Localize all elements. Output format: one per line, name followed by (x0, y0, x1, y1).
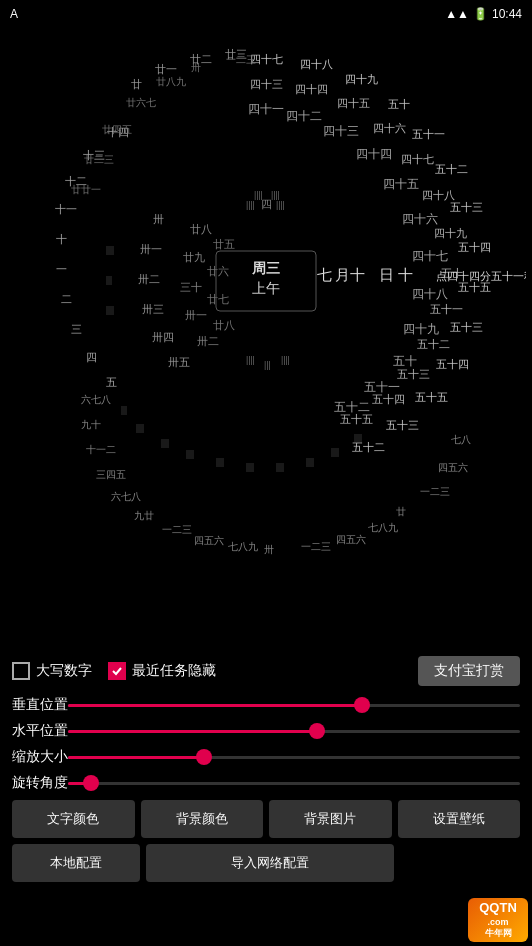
svg-text:||||: |||| (216, 456, 224, 467)
svg-text:五十四: 五十四 (436, 358, 469, 370)
svg-text:五十三: 五十三 (386, 419, 419, 431)
svg-text:四五六: 四五六 (194, 535, 224, 546)
scale-thumb[interactable] (196, 749, 212, 765)
svg-text:廿二三: 廿二三 (84, 154, 114, 165)
svg-text:||||: |||| (106, 304, 114, 315)
rotate-row: 旋转角度 (12, 774, 520, 792)
svg-text:六七八: 六七八 (81, 394, 111, 405)
svg-text:周三: 周三 (251, 261, 280, 276)
svg-text:十一: 十一 (55, 203, 77, 215)
qqtn-text: QQTN .com 牛年网 (479, 900, 517, 940)
svg-text:四十三: 四十三 (250, 78, 283, 90)
svg-text:五: 五 (106, 376, 117, 388)
options-row: 大写数字 最近任务隐藏 支付宝打赏 (12, 656, 520, 686)
svg-text:卅四: 卅四 (152, 331, 174, 343)
svg-text:卅: 卅 (264, 544, 274, 555)
horizontal-position-label: 水平位置 (12, 722, 68, 740)
svg-text:五十二: 五十二 (435, 163, 468, 175)
svg-text:||||: |||| (271, 188, 280, 200)
svg-text:四十九: 四十九 (345, 73, 378, 85)
svg-text:卅一: 卅一 (185, 309, 207, 321)
svg-text:一二三: 一二三 (226, 54, 256, 65)
vertical-position-thumb[interactable] (354, 697, 370, 713)
svg-text:五十四: 五十四 (458, 241, 491, 253)
svg-text:||||: |||| (281, 353, 290, 365)
svg-text:五十一: 五十一 (430, 303, 463, 315)
svg-text:||||: |||| (246, 353, 255, 365)
svg-text:||||: |||| (186, 448, 194, 459)
svg-text:五十一: 五十一 (364, 380, 400, 394)
capital-numbers-option[interactable]: 大写数字 (12, 662, 92, 680)
svg-text:四: 四 (86, 351, 97, 363)
svg-text:一二三: 一二三 (162, 524, 192, 535)
local-config-button[interactable]: 本地配置 (12, 844, 140, 882)
horizontal-position-fill (68, 730, 317, 733)
svg-text:四十四: 四十四 (295, 83, 328, 95)
svg-text:||||: |||| (246, 461, 254, 472)
signal-icon: ▲▲ (445, 7, 469, 21)
svg-text:|||: ||| (264, 358, 271, 370)
svg-text:卅二: 卅二 (197, 335, 219, 347)
svg-text:廿九: 廿九 (183, 251, 205, 263)
controls-panel: 大写数字 最近任务隐藏 支付宝打赏 垂直位置 水平位置 缩放大小 (0, 648, 532, 946)
svg-text:五十: 五十 (393, 354, 417, 368)
svg-text:七八九: 七八九 (368, 522, 398, 533)
svg-text:四十五: 四十五 (337, 97, 370, 109)
svg-text:五十二: 五十二 (417, 338, 450, 350)
svg-text:五十五: 五十五 (415, 391, 448, 403)
svg-text:卅: 卅 (191, 62, 201, 73)
svg-text:三十: 三十 (180, 281, 202, 293)
svg-text:|||: ||| (121, 404, 127, 415)
svg-text:五十三: 五十三 (397, 368, 430, 380)
svg-text:||||: |||| (331, 446, 339, 457)
svg-text:五十: 五十 (388, 98, 410, 110)
svg-text:五十四: 五十四 (372, 393, 405, 405)
horizontal-position-thumb[interactable] (309, 723, 325, 739)
svg-text:七八九: 七八九 (228, 541, 258, 552)
bg-color-button[interactable]: 背景颜色 (141, 800, 264, 838)
alipay-button[interactable]: 支付宝打赏 (418, 656, 520, 686)
btn-row-1: 文字颜色 背景颜色 背景图片 设置壁纸 (12, 800, 520, 838)
import-config-button[interactable]: 导入网络配置 (146, 844, 394, 882)
svg-text:卅三: 卅三 (142, 303, 164, 315)
svg-text:廿八: 廿八 (190, 223, 212, 235)
svg-text:||||: |||| (106, 244, 114, 255)
svg-text:||||: |||| (306, 456, 314, 467)
text-color-button[interactable]: 文字颜色 (12, 800, 135, 838)
capital-numbers-checkbox[interactable] (12, 662, 30, 680)
scale-track[interactable] (68, 756, 520, 759)
recent-hidden-checkbox[interactable] (108, 662, 126, 680)
recent-hidden-option[interactable]: 最近任务隐藏 (108, 662, 216, 680)
rotate-track[interactable] (68, 782, 520, 785)
svg-text:四五六: 四五六 (438, 462, 468, 473)
svg-text:四十七: 四十七 (412, 249, 448, 263)
vertical-position-fill (68, 704, 362, 707)
svg-text:点四十四分五十一秒: 点四十四分五十一秒 (436, 270, 526, 282)
watermark-logo: QQTN .com 牛年网 (468, 898, 528, 942)
svg-text:一二三: 一二三 (301, 541, 331, 552)
set-wallpaper-button[interactable]: 设置壁纸 (398, 800, 521, 838)
svg-text:卅五: 卅五 (168, 356, 190, 368)
svg-text:廿廿一: 廿廿一 (71, 184, 101, 195)
svg-text:七八: 七八 (451, 434, 471, 445)
svg-text:三四五: 三四五 (96, 469, 126, 480)
rotate-thumb[interactable] (83, 775, 99, 791)
battery-icon: 🔋 (473, 7, 488, 21)
vertical-position-track[interactable] (68, 704, 520, 707)
svg-text:五十二: 五十二 (334, 400, 370, 414)
svg-text:五十一: 五十一 (412, 128, 445, 140)
svg-text:廿六: 廿六 (207, 265, 229, 277)
svg-text:五十五: 五十五 (458, 281, 491, 293)
bg-image-button[interactable]: 背景图片 (269, 800, 392, 838)
svg-text:四五六: 四五六 (336, 534, 366, 545)
status-left-icon: A (10, 7, 18, 21)
svg-text:卅: 卅 (153, 213, 164, 225)
svg-text:二: 二 (61, 293, 72, 305)
svg-text:廿: 廿 (131, 78, 142, 90)
horizontal-position-row: 水平位置 (12, 722, 520, 740)
svg-text:九十: 九十 (81, 419, 101, 430)
scale-label: 缩放大小 (12, 748, 68, 766)
svg-text:五十三: 五十三 (450, 321, 483, 333)
svg-text:廿五: 廿五 (213, 238, 235, 250)
horizontal-position-track[interactable] (68, 730, 520, 733)
